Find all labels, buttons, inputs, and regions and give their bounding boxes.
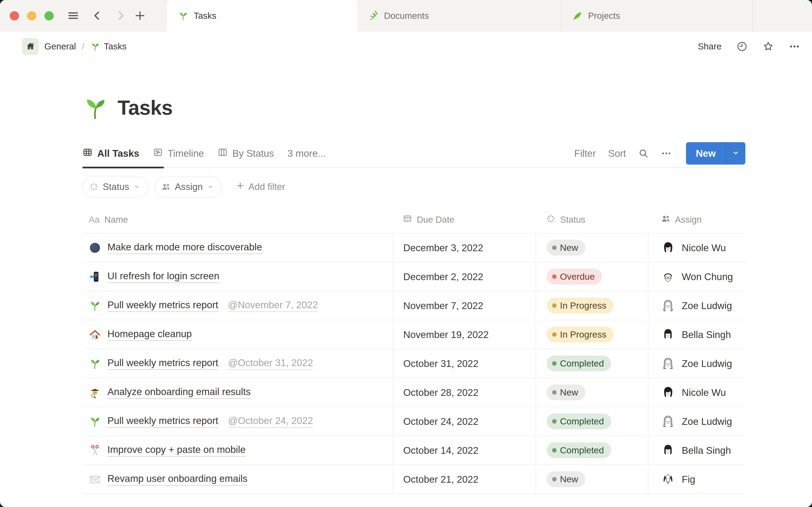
filter-chip-assign[interactable]: Assign bbox=[155, 176, 222, 198]
assign-cell[interactable]: Zoe Ludwig bbox=[648, 407, 745, 436]
new-button[interactable]: New bbox=[686, 142, 725, 165]
column-header-status[interactable]: Status bbox=[536, 214, 648, 225]
filter-chip-status[interactable]: Status bbox=[83, 176, 148, 198]
status-cell[interactable]: Completed bbox=[536, 349, 648, 378]
due-date-cell[interactable]: October 28, 2022 bbox=[393, 378, 536, 407]
table-row[interactable]: Pull weekly metrics report @October 31, … bbox=[83, 349, 745, 378]
status-pill[interactable]: In Progress bbox=[547, 298, 614, 314]
back-button[interactable] bbox=[89, 0, 106, 32]
status-pill[interactable]: In Progress bbox=[547, 327, 614, 342]
workspace-home-chip[interactable] bbox=[22, 38, 39, 55]
status-cell[interactable]: New bbox=[536, 378, 648, 407]
table-row[interactable]: UI refresh for login screen December 2, … bbox=[83, 262, 745, 291]
status-cell[interactable]: New bbox=[536, 233, 648, 262]
task-name-cell[interactable]: Pull weekly metrics report @October 31, … bbox=[83, 349, 393, 378]
task-name-cell[interactable]: Pull weekly metrics report @October 24, … bbox=[83, 407, 393, 436]
table-row[interactable]: Pull weekly metrics report @November 7, … bbox=[83, 291, 745, 320]
task-mention[interactable]: @November 7, 2022 bbox=[228, 299, 318, 312]
status-cell[interactable]: Overdue bbox=[536, 262, 648, 291]
assign-cell[interactable]: Fig bbox=[648, 465, 745, 494]
view-tab-by-status[interactable]: By Status bbox=[217, 147, 274, 160]
task-name-text[interactable]: Pull weekly metrics report bbox=[107, 415, 218, 428]
zoom-window-button[interactable] bbox=[44, 11, 54, 20]
share-button[interactable]: Share bbox=[698, 41, 721, 52]
sidebar-menu-button[interactable] bbox=[65, 0, 82, 32]
table-row[interactable]: Homepage cleanup November 19, 2022 In Pr… bbox=[83, 320, 745, 349]
more-views-button[interactable]: 3 more... bbox=[288, 148, 326, 159]
task-name-text[interactable]: Make dark mode more discoverable bbox=[107, 241, 262, 254]
table-row[interactable]: Make dark mode more discoverable Decembe… bbox=[83, 233, 745, 262]
task-name-cell[interactable]: Make dark mode more discoverable bbox=[83, 233, 393, 262]
breadcrumb-workspace[interactable]: General bbox=[44, 41, 76, 52]
table-row[interactable]: Revamp user onboarding emails October 21… bbox=[83, 465, 745, 494]
status-cell[interactable]: Completed bbox=[536, 407, 648, 436]
view-tab-timeline[interactable]: Timeline bbox=[153, 147, 204, 160]
status-pill[interactable]: New bbox=[547, 385, 585, 400]
column-header-assign[interactable]: Assign bbox=[648, 214, 745, 225]
due-date-cell[interactable]: December 3, 2022 bbox=[393, 233, 536, 262]
due-date-cell[interactable]: October 24, 2022 bbox=[393, 407, 536, 436]
window-tab-projects[interactable]: Projects bbox=[561, 0, 753, 32]
due-date-cell[interactable]: December 2, 2022 bbox=[393, 262, 536, 291]
minimize-window-button[interactable] bbox=[27, 11, 36, 20]
clock-icon[interactable] bbox=[736, 41, 748, 52]
status-pill[interactable]: Completed bbox=[547, 442, 611, 458]
page-title[interactable]: Tasks bbox=[117, 96, 172, 119]
due-date-cell[interactable]: October 21, 2022 bbox=[393, 465, 536, 494]
status-pill[interactable]: Completed bbox=[547, 413, 611, 429]
table-row[interactable]: Analyze onboarding email results October… bbox=[83, 378, 745, 407]
status-cell[interactable]: Completed bbox=[536, 436, 648, 464]
task-name-text[interactable]: Pull weekly metrics report bbox=[107, 299, 218, 312]
due-date-cell[interactable]: October 31, 2022 bbox=[393, 349, 536, 378]
task-name-cell[interactable]: Improve copy + paste on mobile bbox=[83, 436, 393, 464]
status-pill[interactable]: Completed bbox=[547, 355, 611, 372]
task-name-text[interactable]: Homepage cleanup bbox=[107, 328, 192, 341]
column-header-name[interactable]: Aa Name bbox=[83, 215, 393, 225]
due-date-cell[interactable]: November 19, 2022 bbox=[393, 320, 536, 349]
due-date-cell[interactable]: October 14, 2022 bbox=[393, 436, 536, 464]
status-pill[interactable]: Overdue bbox=[547, 269, 602, 285]
task-name-cell[interactable]: UI refresh for login screen bbox=[83, 262, 393, 291]
table-row[interactable]: Improve copy + paste on mobile October 1… bbox=[83, 436, 745, 465]
view-options-icon[interactable] bbox=[661, 148, 672, 159]
seedling-icon[interactable] bbox=[83, 95, 108, 121]
task-name-cell[interactable]: Revamp user onboarding emails bbox=[83, 465, 393, 494]
status-pill[interactable]: New bbox=[547, 471, 585, 487]
new-button-dropdown[interactable] bbox=[726, 142, 745, 165]
column-header-due-date[interactable]: Due Date bbox=[393, 214, 536, 225]
breadcrumb-page[interactable]: Tasks bbox=[104, 41, 126, 52]
more-icon[interactable] bbox=[789, 41, 800, 52]
task-name-text[interactable]: Pull weekly metrics report bbox=[107, 357, 218, 370]
filter-button[interactable]: Filter bbox=[574, 148, 596, 159]
task-name-text[interactable]: Improve copy + paste on mobile bbox=[107, 444, 246, 457]
close-window-button[interactable] bbox=[10, 11, 19, 20]
task-name-cell[interactable]: Pull weekly metrics report @November 7, … bbox=[83, 291, 393, 320]
task-name-cell[interactable]: Homepage cleanup bbox=[83, 320, 393, 349]
search-icon[interactable] bbox=[638, 148, 649, 159]
assign-cell[interactable]: Zoe Ludwig bbox=[648, 349, 745, 378]
assign-cell[interactable]: Bella Singh bbox=[648, 436, 745, 464]
assign-cell[interactable]: Nicole Wu bbox=[648, 233, 745, 262]
assign-cell[interactable]: Nicole Wu bbox=[648, 378, 745, 407]
task-name-text[interactable]: Revamp user onboarding emails bbox=[107, 473, 247, 486]
window-tab-tasks[interactable]: Tasks bbox=[167, 0, 357, 32]
status-cell[interactable]: In Progress bbox=[536, 320, 648, 349]
new-tab-button[interactable] bbox=[132, 0, 148, 32]
task-mention[interactable]: @October 31, 2022 bbox=[228, 357, 313, 370]
status-cell[interactable]: New bbox=[536, 465, 648, 494]
add-filter-button[interactable]: Add filter bbox=[236, 181, 285, 192]
status-cell[interactable]: In Progress bbox=[536, 291, 648, 320]
sort-button[interactable]: Sort bbox=[608, 148, 626, 159]
task-name-text[interactable]: UI refresh for login screen bbox=[107, 270, 219, 283]
window-tab-documents[interactable]: Documents bbox=[357, 0, 561, 32]
task-name-text[interactable]: Analyze onboarding email results bbox=[107, 386, 251, 399]
task-name-cell[interactable]: Analyze onboarding email results bbox=[83, 378, 393, 407]
task-mention[interactable]: @October 24, 2022 bbox=[228, 415, 313, 428]
star-icon[interactable] bbox=[763, 41, 774, 52]
view-tab-all-tasks[interactable]: All Tasks bbox=[83, 147, 139, 160]
forward-button[interactable] bbox=[112, 0, 129, 32]
assign-cell[interactable]: Bella Singh bbox=[648, 320, 745, 349]
assign-cell[interactable]: Won Chung bbox=[648, 262, 745, 291]
table-row[interactable]: Pull weekly metrics report @October 24, … bbox=[83, 407, 745, 436]
status-pill[interactable]: New bbox=[547, 240, 585, 256]
